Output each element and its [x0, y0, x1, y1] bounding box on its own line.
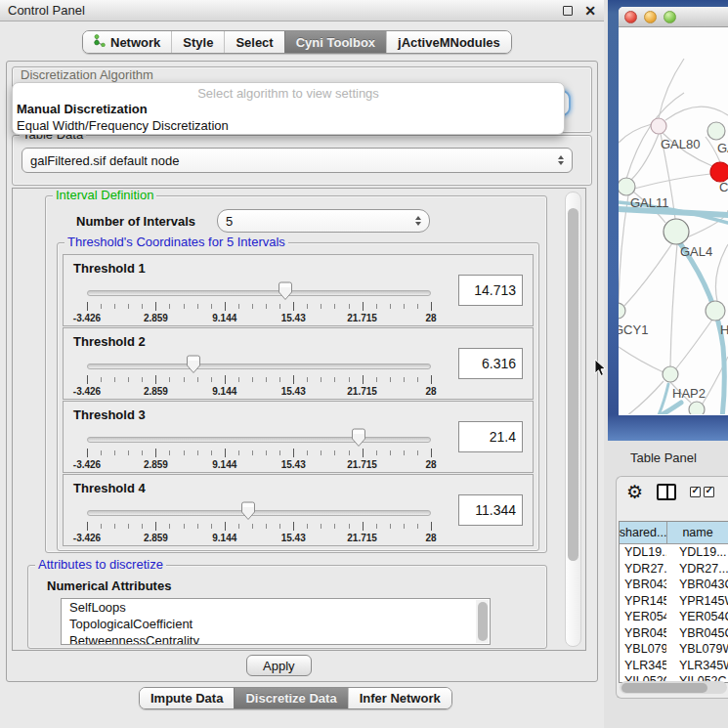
network-edge[interactable]	[624, 243, 672, 306]
table-row[interactable]: YBL079WYBL079W	[620, 641, 728, 658]
tick-mark	[114, 304, 115, 309]
table-row[interactable]: YLR345WYLR345W	[620, 658, 728, 674]
network-node[interactable]	[651, 118, 666, 134]
tick-mark	[334, 304, 335, 309]
network-node[interactable]	[619, 178, 635, 195]
network-edge[interactable]	[634, 174, 710, 189]
scrollbar-thumb[interactable]	[478, 602, 488, 641]
network-edge[interactable]	[619, 347, 664, 372]
network-node[interactable]	[663, 366, 678, 382]
tab-infer-network[interactable]: Infer Network	[348, 688, 451, 708]
slider-thumb[interactable]	[239, 501, 257, 521]
threshold-value-field[interactable]	[458, 348, 523, 379]
number-of-intervals-combobox[interactable]: 5	[217, 209, 430, 233]
float-window-icon[interactable]	[563, 6, 573, 16]
tab-impute-data[interactable]: Impute Data	[140, 688, 234, 708]
tick-mark	[363, 375, 364, 384]
mac-zoom-button[interactable]	[664, 11, 676, 23]
tick-label: 2.859	[144, 313, 168, 323]
table-data-combobox[interactable]: galFiltered.sif default node	[21, 148, 573, 173]
apply-button[interactable]: Apply	[246, 655, 312, 676]
list-item-selfloops[interactable]: SelfLoops	[62, 599, 490, 616]
threshold-slider[interactable]: -3.4262.8599.14415.4321.71528	[73, 352, 445, 399]
tick-mark	[155, 522, 156, 531]
list-item-topologicalcoefficient[interactable]: TopologicalCoefficient	[62, 616, 490, 632]
list-item-betweennesscentrality[interactable]: BetweennessCentrality	[62, 632, 490, 645]
table-row[interactable]: YER054CYER054C	[620, 609, 728, 625]
mac-close-button[interactable]	[624, 11, 637, 23]
threshold-value-field[interactable]	[458, 421, 523, 452]
threshold-value-field[interactable]	[458, 275, 523, 306]
slider-track[interactable]	[87, 437, 431, 443]
slider-thumb[interactable]	[277, 281, 294, 301]
scrollbar-thumb[interactable]	[621, 683, 707, 693]
tick-mark	[252, 304, 253, 309]
network-node[interactable]	[706, 301, 725, 321]
tick-mark	[363, 302, 364, 311]
tick-mark	[376, 450, 377, 455]
node-label: C	[719, 180, 728, 194]
tab-style[interactable]: Style	[171, 31, 224, 53]
dropdown-option-equal-width-frequency[interactable]: Equal Width/Frequency Discretization	[13, 117, 564, 134]
threshold-slider[interactable]: -3.4262.8599.14415.4321.71528	[73, 425, 445, 472]
network-node[interactable]	[710, 162, 728, 182]
split-columns-icon[interactable]	[657, 484, 676, 500]
tab-cyni-toolbox[interactable]: Cyni Toolbox	[284, 31, 386, 53]
network-edge[interactable]	[676, 320, 712, 368]
threshold-slider[interactable]: -3.4262.8599.14415.4321.71528	[73, 278, 445, 325]
slider-track[interactable]	[87, 364, 431, 369]
threshold-value-field[interactable]	[458, 494, 523, 526]
slider-ticks	[87, 375, 431, 385]
threshold-slider[interactable]: -3.4262.8599.14415.4321.71528	[73, 498, 445, 545]
tick-mark	[266, 377, 267, 382]
cell-name: YLR345W	[666, 658, 728, 674]
table-row[interactable]: YDR27...YDR27...	[620, 561, 728, 578]
network-edge[interactable]	[659, 59, 684, 118]
tab-discretize-data[interactable]: Discretize Data	[234, 688, 347, 708]
network-node[interactable]	[707, 122, 725, 140]
close-icon[interactable]: ✕	[584, 4, 596, 18]
network-edge[interactable]	[626, 93, 684, 179]
column-header-name[interactable]: name	[667, 522, 728, 543]
network-edge-thick[interactable]	[619, 403, 681, 414]
table-row[interactable]: YBR045CYBR045C	[620, 625, 728, 642]
tab-select[interactable]: Select	[224, 31, 283, 53]
tick-mark	[266, 304, 267, 309]
network-node[interactable]	[664, 219, 689, 244]
network-node[interactable]	[689, 402, 705, 414]
slider-track[interactable]	[87, 510, 431, 516]
tick-mark	[363, 522, 364, 531]
table-row[interactable]: YDL19...YDL19...	[620, 544, 728, 561]
network-edge[interactable]	[715, 244, 728, 301]
dropdown-option-manual-discretization[interactable]: Manual Discretization	[13, 101, 564, 117]
network-edge[interactable]	[619, 381, 664, 414]
slider-thumb[interactable]	[350, 428, 367, 448]
node-attribute-table[interactable]: shared... name YDL19...YDL19...YDR27...Y…	[619, 521, 728, 683]
gear-icon[interactable]: ⚙	[626, 483, 643, 501]
slider-thumb[interactable]	[185, 355, 202, 374]
list-scrollbar[interactable]	[476, 600, 489, 643]
column-header-shared-name[interactable]: shared...	[620, 522, 667, 543]
network-edge[interactable]	[670, 244, 677, 366]
network-edge[interactable]	[631, 134, 659, 180]
scrollbar-thumb[interactable]	[568, 208, 578, 561]
settings-scrollbar[interactable]	[565, 192, 581, 647]
slider-track[interactable]	[87, 290, 431, 296]
network-graph: GAL80GALCGAL11GAL4GCY1HHAP2	[619, 27, 728, 414]
tick-mark	[293, 449, 294, 457]
tab-jactivemnodules[interactable]: jActiveMNodules	[386, 31, 511, 53]
numerical-attributes-list[interactable]: SelfLoopsTopologicalCoefficientBetweenne…	[61, 598, 491, 645]
network-edge[interactable]	[619, 124, 652, 143]
tick-mark	[321, 524, 321, 529]
tick-mark	[307, 304, 308, 309]
mac-minimize-button[interactable]	[644, 11, 657, 23]
tab-network[interactable]: Network	[83, 31, 171, 53]
column-visibility-icons[interactable]	[690, 487, 714, 497]
network-canvas[interactable]: GAL80GALCGAL11GAL4GCY1HHAP2	[619, 27, 728, 414]
table-horizontal-scrollbar[interactable]	[620, 681, 727, 694]
tick-mark	[390, 304, 391, 309]
table-row[interactable]: YPR145WYPR145W	[620, 593, 728, 610]
network-edge[interactable]	[665, 107, 728, 120]
table-row[interactable]: YBR043CYBR043C	[620, 577, 728, 593]
number-of-intervals-value: 5	[226, 214, 415, 229]
